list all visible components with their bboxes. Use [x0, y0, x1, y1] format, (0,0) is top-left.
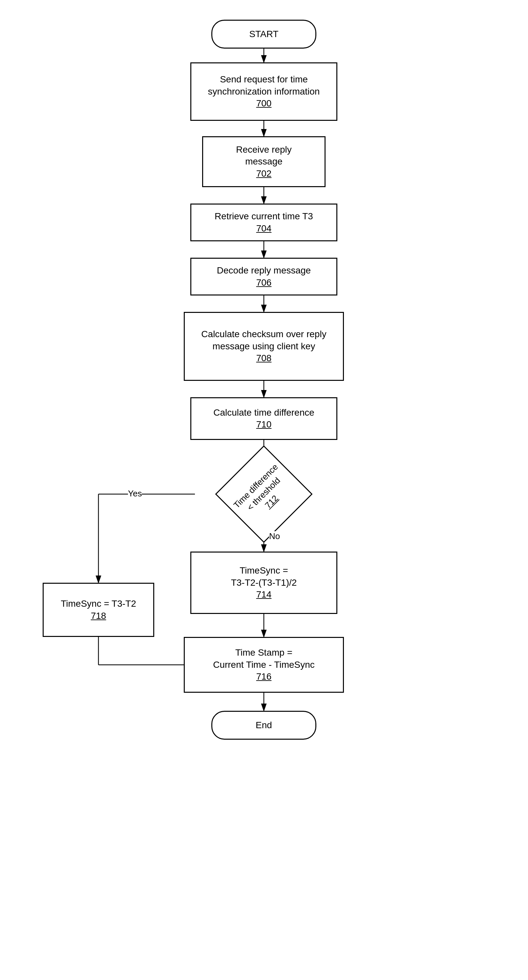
end-label: End [255, 719, 272, 731]
node-700-label: Send request for timesynchronization inf… [208, 73, 320, 97]
node-702-ref: 702 [256, 168, 272, 180]
node-718: TimeSync = T3-T2 718 [43, 583, 154, 637]
no-label: No [269, 531, 280, 541]
start-label: START [249, 28, 278, 40]
node-700-ref: 700 [256, 97, 272, 109]
node-702: Receive replymessage 702 [202, 136, 325, 187]
yes-label: Yes [128, 488, 142, 499]
node-702-label: Receive replymessage [236, 144, 292, 168]
node-704-ref: 704 [256, 223, 272, 234]
node-708-ref: 708 [256, 352, 272, 364]
node-718-ref: 718 [91, 610, 106, 622]
node-716-label: Time Stamp =Current Time - TimeSync [213, 647, 315, 671]
node-710-ref: 710 [256, 418, 272, 430]
node-700: Send request for timesynchronization inf… [190, 62, 337, 121]
node-714-ref: 714 [256, 589, 272, 600]
flowchart-diagram: START Send request for timesynchronizati… [0, 0, 528, 980]
node-706-label: Decode reply message [217, 265, 311, 277]
node-716-ref: 716 [256, 671, 272, 682]
node-706-ref: 706 [256, 277, 272, 289]
node-714: TimeSync =T3-T2-(T3-T1)/2 714 [190, 552, 337, 614]
node-712-label: Time difference< threshold [231, 461, 288, 519]
node-716: Time Stamp =Current Time - TimeSync 716 [184, 637, 344, 693]
node-708-label: Calculate checksum over replymessage usi… [201, 328, 326, 352]
node-714-label: TimeSync =T3-T2-(T3-T1)/2 [231, 565, 297, 589]
node-704: Retrieve current time T3 704 [190, 204, 337, 241]
node-718-label: TimeSync = T3-T2 [61, 598, 136, 610]
node-704-label: Retrieve current time T3 [215, 210, 313, 222]
node-708: Calculate checksum over replymessage usi… [184, 312, 344, 381]
node-712: Time difference< threshold 712 [195, 460, 333, 528]
node-710: Calculate time difference 710 [190, 397, 337, 440]
start-node: START [211, 20, 316, 49]
node-706: Decode reply message 706 [190, 258, 337, 296]
node-710-label: Calculate time difference [213, 407, 314, 418]
end-node: End [211, 711, 316, 740]
